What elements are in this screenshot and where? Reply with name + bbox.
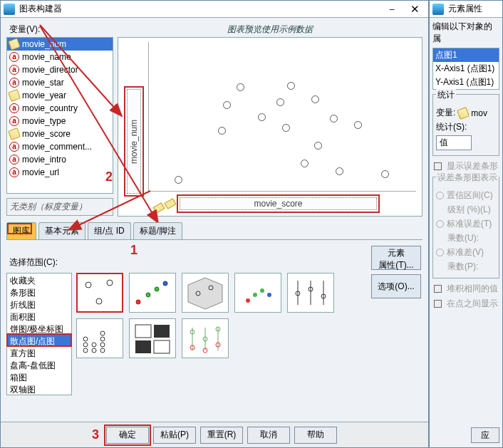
- variables-list[interactable]: movie_numamovie_nameamovie_directoramovi…: [6, 37, 113, 194]
- tab-basic-elements[interactable]: 基本元素: [38, 222, 85, 239]
- variable-item[interactable]: amovie_url: [7, 166, 113, 179]
- select-range-label: 选择范围(C):: [9, 256, 422, 269]
- show-error-bars-label: 显示误差条形: [447, 160, 498, 172]
- x-axis-drop-zone[interactable]: movie_score: [177, 194, 380, 213]
- data-point: [381, 170, 389, 178]
- text-icon: a: [9, 103, 19, 113]
- chart-type-item[interactable]: 直方图: [7, 346, 71, 358]
- ruler-icon: [8, 127, 21, 140]
- statistic-label: 统计(S):: [436, 121, 467, 133]
- variable-item[interactable]: amovie_type: [7, 115, 113, 127]
- no-category-box: 无类别（标度变量）: [6, 198, 113, 216]
- statistic-dropdown[interactable]: 值: [436, 135, 472, 150]
- chart-type-item[interactable]: 饼图/极坐标图: [7, 322, 71, 334]
- stddev-radio: [436, 249, 444, 256]
- svg-point-16: [267, 293, 271, 297]
- text-icon: a: [9, 155, 19, 165]
- chart-type-item[interactable]: 双轴图: [7, 382, 71, 395]
- data-point: [301, 160, 308, 167]
- annotation-label-3: 3: [92, 427, 99, 442]
- group-title: 误差条形图表示: [436, 172, 499, 184]
- svg-point-27: [92, 343, 96, 347]
- options-button[interactable]: 选项(O)...: [371, 274, 421, 298]
- svg-point-28: [100, 348, 105, 353]
- variable-item[interactable]: movie_year: [7, 89, 113, 102]
- ruler-icon: [8, 89, 21, 102]
- window-title: 图表构建器: [19, 3, 380, 15]
- data-point: [282, 124, 290, 132]
- group-title: 统计: [436, 89, 456, 101]
- chart-type-item[interactable]: 盘高-盘低图: [7, 358, 71, 370]
- variable-item[interactable]: amovie_intro: [7, 153, 113, 166]
- variable-name: movie_intro: [22, 155, 66, 165]
- list-item[interactable]: X-Axis1 (点图1): [433, 62, 499, 75]
- app-icon: [4, 4, 15, 15]
- gallery-item-summary-point[interactable]: [287, 273, 334, 313]
- text-icon: a: [9, 52, 19, 62]
- x-axis-label: movie_score: [254, 199, 302, 209]
- reset-button[interactable]: 重置(R): [200, 427, 243, 444]
- pin-icon[interactable]: –: [381, 3, 403, 16]
- help-button[interactable]: 帮助: [294, 427, 337, 444]
- paste-button[interactable]: 粘贴(P): [153, 427, 196, 444]
- preview-title: 图表预览使用示例数据: [118, 24, 422, 36]
- text-icon: a: [9, 116, 19, 126]
- chart-type-item[interactable]: 折线图: [7, 298, 71, 310]
- chart-type-item[interactable]: 箱图: [7, 370, 71, 382]
- gallery-item-grouped-scatter[interactable]: [129, 273, 176, 313]
- svg-point-8: [155, 287, 159, 291]
- variable-item[interactable]: amovie_comment...: [7, 140, 113, 153]
- preview-canvas[interactable]: movie_num movie_score 2: [118, 37, 422, 217]
- gallery-item-grouped-3d-scatter[interactable]: [234, 273, 281, 313]
- y-axis-drop-zone[interactable]: movie_num: [124, 86, 144, 197]
- svg-point-31: [100, 331, 105, 335]
- ruler-icon: [152, 202, 165, 214]
- ruler-icon: [457, 107, 470, 120]
- variable-item[interactable]: movie_num: [7, 38, 113, 51]
- list-item[interactable]: 点图1: [433, 48, 499, 62]
- gallery-item-simple-dot[interactable]: [76, 318, 123, 358]
- svg-rect-34: [135, 340, 151, 353]
- variable-item[interactable]: amovie_name: [7, 51, 113, 63]
- data-point: [287, 82, 295, 90]
- cancel-button[interactable]: 取消: [247, 427, 290, 444]
- variable-item[interactable]: amovie_director: [7, 63, 113, 76]
- list-item[interactable]: Y-Axis1 (点图1): [433, 75, 499, 89]
- svg-rect-33: [154, 325, 170, 338]
- data-point: [311, 95, 319, 103]
- chart-type-item[interactable]: 收藏夹: [7, 274, 71, 286]
- variable-item[interactable]: amovie_star: [7, 76, 113, 89]
- chart-builder-window: 图表构建器 – ✕ 变量(V): movie_numamovie_nameamo…: [0, 0, 429, 448]
- data-point: [223, 101, 231, 109]
- data-point: [237, 83, 244, 91]
- data-point: [276, 98, 284, 106]
- tab-group-point-id[interactable]: 组/点 ID: [88, 222, 131, 239]
- svg-rect-35: [154, 340, 170, 353]
- chart-type-item[interactable]: 散点图/点图: [7, 334, 71, 346]
- variable-value: mov: [471, 108, 487, 118]
- chart-type-list[interactable]: 收藏夹条形图折线图面积图饼图/极坐标图散点图/点图直方图盘高-盘低图箱图双轴图: [6, 273, 72, 395]
- variable-name: movie_type: [22, 116, 66, 126]
- tab-titles-footnotes[interactable]: 标题/脚注: [133, 222, 182, 239]
- object-list[interactable]: 点图1 X-Axis1 (点图1) Y-Axis1 (点图1): [432, 48, 499, 90]
- close-icon[interactable]: ✕: [404, 3, 425, 16]
- svg-marker-10: [188, 278, 222, 309]
- apply-button[interactable]: 应: [471, 427, 499, 443]
- data-point: [218, 127, 226, 135]
- ok-button[interactable]: 确定: [106, 427, 149, 444]
- variable-name: movie_name: [22, 52, 71, 62]
- gallery-item-simple-scatter[interactable]: [76, 273, 123, 313]
- app-icon: [432, 4, 444, 15]
- variable-item[interactable]: amovie_country: [7, 102, 113, 115]
- svg-point-26: [92, 348, 96, 353]
- gallery-item-3d-scatter[interactable]: [182, 273, 229, 313]
- variable-item[interactable]: movie_score: [7, 127, 113, 140]
- element-properties-button[interactable]: 元素 属性(T)...: [371, 246, 421, 270]
- side-buttons: 元素 属性(T)... 选项(O)...: [371, 246, 421, 303]
- gallery-item-scatter-matrix[interactable]: [129, 318, 176, 358]
- svg-point-24: [83, 343, 88, 347]
- chart-type-item[interactable]: 条形图: [7, 286, 71, 298]
- gallery-item-drop-line[interactable]: [182, 318, 229, 358]
- chart-type-item[interactable]: 面积图: [7, 310, 71, 322]
- element-properties-window: 元素属性 编辑以下对象的属 点图1 X-Axis1 (点图1) Y-Axis1 …: [429, 0, 503, 448]
